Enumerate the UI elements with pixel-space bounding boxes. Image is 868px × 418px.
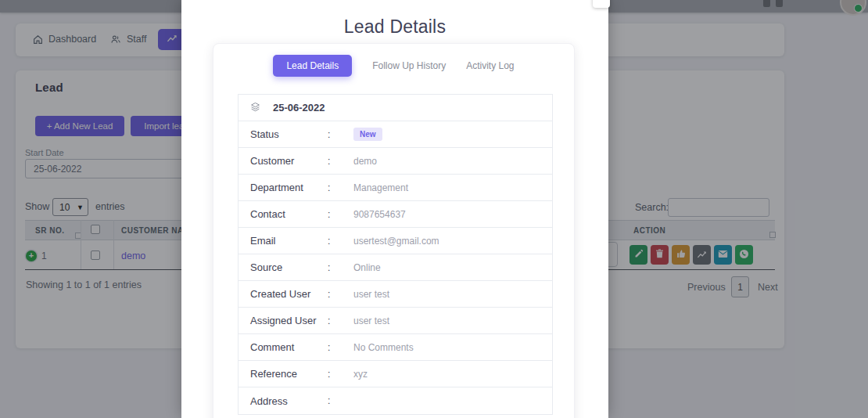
tab-follow-up-history[interactable]: Follow Up History [372, 60, 446, 71]
detail-row-assigned-user: Assigned User : user test [239, 308, 552, 334]
lead-details-table: 25-06-2022 Status : New Customer : demo … [238, 94, 553, 415]
detail-row-department: Department : Management [239, 175, 552, 201]
detail-row-contact: Contact : 9087654637 [239, 201, 552, 228]
detail-row-customer: Customer : demo [239, 148, 552, 175]
modal-tabs: Lead Details Follow Up History Activity … [213, 55, 574, 77]
lead-details-modal: Lead Details Lead Details Follow Up Hist… [181, 0, 608, 418]
modal-title: Lead Details [181, 16, 608, 38]
lead-date: 25-06-2022 [273, 102, 325, 114]
status-badge: New [353, 128, 382, 141]
detail-row-address: Address : [239, 387, 552, 414]
detail-row-comment: Comment : No Comments [239, 334, 552, 361]
detail-row-date: 25-06-2022 [239, 95, 552, 121]
tab-activity-log[interactable]: Activity Log [466, 60, 514, 71]
detail-row-status: Status : New [239, 121, 552, 148]
lead-details-card: Lead Details Follow Up History Activity … [213, 43, 575, 418]
tab-lead-details[interactable]: Lead Details [273, 55, 352, 77]
detail-row-reference: Reference : xyz [239, 361, 552, 387]
close-button[interactable] [593, 0, 610, 8]
detail-row-email: Email : usertest@gmail.com [239, 228, 552, 254]
detail-row-source: Source : Online [239, 254, 552, 281]
detail-row-created-user: Created User : user test [239, 281, 552, 308]
layers-icon [250, 101, 260, 115]
